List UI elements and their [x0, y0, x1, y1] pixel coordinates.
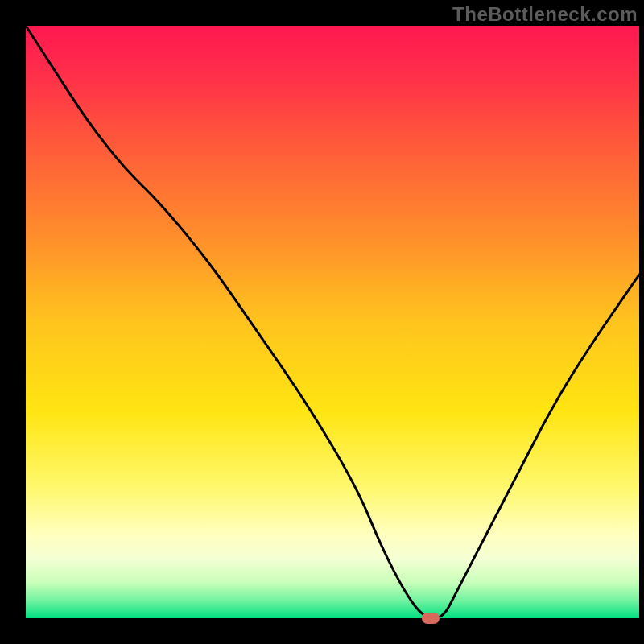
chart-frame: TheBottleneck.com — [0, 0, 644, 644]
watermark-text: TheBottleneck.com — [452, 3, 638, 26]
chart-background — [26, 26, 639, 618]
optimum-marker — [422, 613, 440, 624]
bottleneck-chart — [0, 0, 644, 644]
